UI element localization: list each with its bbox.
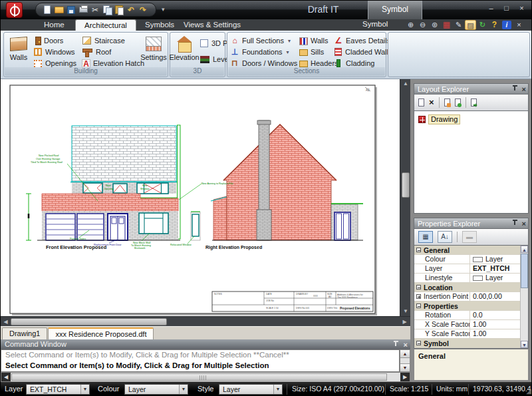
property-row[interactable]: X Scale Factor 1.00 (414, 320, 528, 329)
layer-dropdown[interactable]: EXT_HTCH▼ (26, 384, 90, 395)
dropdown-caret-icon[interactable]: ▼ (273, 385, 282, 394)
staircase-button[interactable]: Staircase (82, 35, 144, 46)
canvas-horizontal-scrollbar[interactable]: ◀ ▶ (1, 316, 410, 326)
foundations-button[interactable]: ⊥Foundations▾ (230, 47, 304, 57)
command-vertical-scrollbar[interactable]: ▲ ▼ (400, 349, 410, 372)
qat-customize-caret-icon[interactable]: ▾ (162, 6, 165, 13)
horizontal-scroll-thumb[interactable] (11, 318, 167, 325)
command-history[interactable]: Select Command or Item(s) to Modify, Cli… (1, 349, 400, 372)
settings-button[interactable]: Settings (140, 35, 167, 68)
canvas-vertical-scrollbar[interactable]: ▲ ▼ (400, 79, 410, 316)
category-row[interactable]: General (414, 246, 528, 255)
property-row[interactable]: Rotation 0.0 (414, 311, 528, 320)
vertical-scroll-thumb[interactable] (402, 172, 410, 198)
draw-line-icon[interactable]: ✎ (453, 20, 464, 30)
new-layout-icon[interactable] (418, 99, 424, 106)
dropdown-caret-icon[interactable]: ▼ (179, 385, 188, 394)
zoom-out-icon[interactable]: ⊖ (417, 20, 428, 30)
property-row[interactable]: Layer EXT_HTCH (414, 264, 528, 274)
pin-icon[interactable] (393, 340, 399, 348)
svg-text:A4: A4 (329, 296, 331, 298)
snap-grid-icon[interactable]: ▦ (441, 20, 452, 30)
resize-grip-icon[interactable]: ◢ (526, 387, 531, 395)
doors-button[interactable]: Doors (33, 35, 76, 46)
elevation-button[interactable]: Elevation (171, 35, 198, 68)
maximize-button[interactable]: □ (501, 3, 512, 13)
open-icon[interactable] (53, 4, 65, 15)
walls-button[interactable]: Walls (5, 35, 32, 68)
strip-close-icon[interactable]: × (513, 20, 525, 30)
title-block[interactable]: NOTES DATE DRAWN BY XXX JOB No SIZE A4 A… (212, 292, 373, 311)
tab-architectural[interactable]: Architectural (75, 19, 136, 31)
command-line-previous: Select Command or Item(s) to Modify, Cli… (5, 351, 289, 359)
relocated-window[interactable] (191, 212, 200, 240)
scroll-down-icon[interactable]: ▼ (400, 307, 411, 316)
doc-tab-drawing1[interactable]: Drawing1 (2, 327, 47, 339)
export-layout-icon[interactable] (471, 99, 477, 106)
info-icon[interactable]: i (502, 21, 511, 29)
alphabetical-sort-button[interactable]: A↓ (438, 231, 452, 243)
horizontal-scroll-thumb[interactable] (11, 373, 387, 381)
grid-scroll-thumb[interactable] (521, 254, 528, 288)
windows-button[interactable]: Windows (33, 47, 76, 57)
property-row[interactable]: Insertion Point 0.00,0.00 (414, 292, 528, 301)
zoom-in-icon[interactable]: ⊕ (405, 20, 416, 30)
dropdown-caret-icon[interactable]: ▼ (80, 385, 89, 394)
print-icon[interactable] (77, 4, 89, 15)
close-panel-icon[interactable]: × (522, 85, 526, 94)
scroll-right-icon[interactable]: ▶ (400, 317, 410, 327)
roof-button[interactable]: Roof (82, 47, 144, 57)
categorized-view-button[interactable]: ▦ (418, 231, 433, 243)
scroll-right-icon[interactable]: ▶ (400, 373, 410, 381)
layout-properties-icon[interactable] (444, 99, 450, 106)
grid-scrollbar[interactable]: ▲ ▼ (520, 246, 528, 348)
style-dropdown[interactable]: Layer▼ (219, 384, 283, 395)
paste-icon[interactable] (113, 4, 125, 15)
command-horizontal-scrollbar[interactable]: ◀ ▶ (1, 372, 410, 382)
walls-section-button[interactable]: Walls (299, 35, 338, 46)
copy-icon[interactable] (101, 4, 113, 15)
save-icon[interactable] (65, 4, 77, 15)
scroll-up-icon[interactable]: ▲ (400, 350, 410, 358)
full-sections-button[interactable]: ⌂Full Sections▾ (230, 35, 304, 46)
delete-layout-icon[interactable]: × (429, 99, 434, 106)
scroll-left-icon[interactable]: ◀ (1, 373, 11, 381)
tab-views-settings[interactable]: Views & Settings (175, 19, 249, 31)
scroll-up-icon[interactable]: ▲ (521, 246, 528, 253)
eaves-details-button[interactable]: ∠Eaves Details (334, 35, 392, 46)
close-button[interactable]: × (516, 3, 527, 13)
category-row[interactable]: Symbol (414, 339, 528, 348)
zoom-pan-icon[interactable]: ⊛ (429, 20, 440, 30)
refresh-layout-icon[interactable] (455, 99, 461, 106)
context-tab-symbol[interactable]: Symbol (368, 1, 422, 19)
redo-icon[interactable]: ↷ (137, 4, 149, 15)
symbol-tool-active-icon[interactable]: ▨ (465, 20, 476, 30)
pin-icon[interactable] (512, 85, 518, 93)
minimize-button[interactable]: – (485, 3, 497, 13)
category-row[interactable]: Location (414, 283, 528, 292)
category-row[interactable]: Properties (414, 301, 528, 311)
property-row[interactable]: Linestyle Layer (414, 274, 528, 283)
scroll-left-icon[interactable]: ◀ (1, 317, 11, 327)
help-icon[interactable]: ? (489, 20, 500, 30)
refresh-icon[interactable]: ↻ (477, 20, 488, 30)
property-row[interactable]: Colour Layer (414, 255, 528, 264)
cut-icon[interactable]: ✂ (89, 4, 101, 15)
app-menu-icon[interactable] (6, 2, 23, 18)
close-panel-icon[interactable]: × (404, 340, 408, 349)
scroll-down-icon[interactable]: ▼ (521, 341, 528, 348)
undo-icon[interactable]: ↶ (125, 4, 137, 15)
scroll-up-icon[interactable]: ▲ (400, 79, 411, 89)
layout-tree-item-drawing[interactable]: Drawing (418, 114, 528, 124)
close-panel-icon[interactable]: × (522, 219, 526, 228)
tab-home[interactable]: Home (35, 19, 73, 31)
doc-tab-residence[interactable]: xxx Residence Proposed.dft (48, 327, 154, 339)
property-row[interactable]: Y Scale Factor 1.00 (414, 329, 528, 339)
scroll-down-icon[interactable]: ▼ (400, 363, 410, 371)
new-icon[interactable] (41, 4, 53, 15)
cladded-walls-button[interactable]: Cladded Walls (334, 47, 392, 57)
sills-button[interactable]: Sills (299, 47, 338, 57)
colour-dropdown[interactable]: Layer▼ (124, 384, 188, 395)
pin-icon[interactable] (512, 219, 518, 227)
drawing-canvas[interactable]: A2 (1, 79, 400, 316)
